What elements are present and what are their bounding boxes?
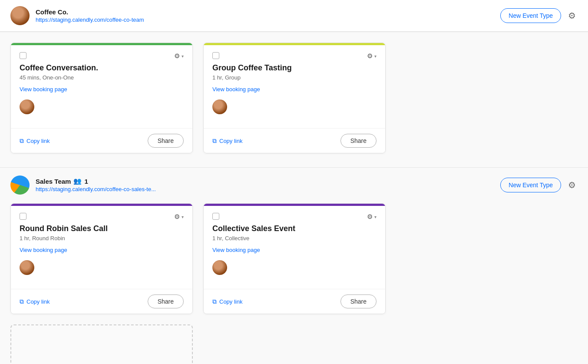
org1-name: Coffee Co. [36, 8, 144, 16]
org2-avatar [10, 175, 30, 195]
card3-subtitle: 1 hr, Round Robin [20, 235, 184, 242]
org2-header: Sales Team 👥 1 https://staging.calendly.… [0, 168, 588, 203]
org2-name-text: Sales Team [36, 178, 71, 185]
card2-avatar [212, 99, 227, 114]
card3-body: ⚙ ▾ Round Robin Sales Call 1 hr, Round R… [11, 206, 192, 289]
event-card-3: ⚙ ▾ Round Robin Sales Call 1 hr, Round R… [10, 203, 193, 314]
gear-icon: ⚙ [367, 213, 373, 221]
org2-name: Sales Team 👥 1 [36, 177, 156, 185]
card3-checkbox[interactable] [20, 213, 26, 220]
card4-checkbox[interactable] [212, 213, 219, 220]
copy-icon: ⧉ [20, 137, 24, 145]
card4-title: Collective Sales Event [212, 224, 377, 233]
gear-icon: ⚙ [174, 213, 180, 221]
card1-copy-link-button[interactable]: ⧉ Copy link [20, 137, 50, 145]
chevron-down-icon: ▾ [374, 54, 377, 59]
org1-avatar [10, 6, 30, 25]
chevron-down-icon: ▾ [182, 54, 184, 59]
org2-left: Sales Team 👥 1 https://staging.calendly.… [10, 175, 156, 195]
event-card-2: ⚙ ▾ Group Coffee Tasting 1 hr, Group Vie… [203, 43, 386, 153]
card1-settings-button[interactable]: ⚙ ▾ [174, 52, 184, 60]
card4-header-row: ⚙ ▾ [212, 213, 377, 221]
card2-copy-link-button[interactable]: ⧉ Copy link [212, 137, 242, 145]
card4-subtitle: 1 hr, Collective [212, 235, 377, 242]
card4-footer: ⧉ Copy link Share [204, 289, 385, 314]
org2-info: Sales Team 👥 1 https://staging.calendly.… [36, 177, 156, 193]
org1-new-event-button[interactable]: New Event Type [500, 8, 561, 23]
view-all-event-types-card[interactable]: View all Event Types ▶ [10, 324, 193, 364]
card1-body: ⚙ ▾ Coffee Conversation. 45 mins, One-on… [11, 45, 192, 128]
users-icon: 👥 [73, 177, 82, 185]
card2-title: Group Coffee Tasting [212, 63, 377, 73]
event-card-1: ⚙ ▾ Coffee Conversation. 45 mins, One-on… [10, 43, 193, 153]
card1-subtitle: 45 mins, One-on-One [20, 74, 184, 81]
card1-avatar [20, 99, 34, 114]
card3-copy-link-button[interactable]: ⧉ Copy link [20, 298, 50, 305]
card2-subtitle: 1 hr, Group [212, 74, 377, 81]
gear-icon: ⚙ [568, 11, 576, 20]
org2-settings-button[interactable]: ⚙ [566, 178, 578, 192]
gear-icon: ⚙ [568, 180, 576, 190]
card1-header-row: ⚙ ▾ [20, 52, 184, 60]
org1-cards-section: ⚙ ▾ Coffee Conversation. 45 mins, One-on… [0, 32, 588, 167]
org1-cards-grid: ⚙ ▾ Coffee Conversation. 45 mins, One-on… [10, 43, 578, 153]
org1-info: Coffee Co. https://staging.calendly.com/… [36, 8, 144, 23]
copy-icon: ⧉ [20, 298, 24, 305]
gear-icon: ⚙ [174, 52, 180, 60]
card1-share-button[interactable]: Share [148, 134, 184, 148]
card2-body: ⚙ ▾ Group Coffee Tasting 1 hr, Group Vie… [204, 45, 385, 128]
card3-share-button[interactable]: Share [148, 295, 184, 308]
card3-avatar [20, 260, 34, 275]
card1-view-link[interactable]: View booking page [20, 86, 184, 93]
org1-url[interactable]: https://staging.calendly.com/coffee-co-t… [36, 17, 144, 23]
card3-view-link[interactable]: View booking page [20, 247, 184, 253]
gear-icon: ⚙ [367, 52, 373, 60]
copy-icon: ⧉ [212, 298, 217, 305]
org2-member-count: 1 [84, 178, 88, 185]
card1-footer: ⧉ Copy link Share [11, 128, 192, 153]
card2-settings-button[interactable]: ⚙ ▾ [367, 52, 377, 60]
card2-footer: ⧉ Copy link Share [204, 128, 385, 153]
card3-settings-button[interactable]: ⚙ ▾ [174, 213, 184, 221]
card1-copy-label: Copy link [26, 138, 50, 144]
card2-view-link[interactable]: View booking page [212, 86, 377, 93]
org2-new-event-button[interactable]: New Event Type [500, 178, 561, 192]
org2-right: New Event Type ⚙ [500, 178, 578, 192]
chevron-down-icon: ▾ [182, 215, 184, 219]
card1-title: Coffee Conversation. [20, 63, 184, 73]
card2-copy-label: Copy link [219, 138, 242, 144]
org1-settings-button[interactable]: ⚙ [566, 9, 578, 23]
card2-header-row: ⚙ ▾ [212, 52, 377, 60]
card2-checkbox[interactable] [212, 52, 219, 59]
card4-body: ⚙ ▾ Collective Sales Event 1 hr, Collect… [204, 206, 385, 289]
card1-checkbox[interactable] [20, 52, 26, 59]
card4-share-button[interactable]: Share [340, 295, 377, 308]
card3-header-row: ⚙ ▾ [20, 213, 184, 221]
org2-cards-section: ⚙ ▾ Round Robin Sales Call 1 hr, Round R… [0, 203, 588, 364]
org1-right: New Event Type ⚙ [500, 8, 578, 23]
org2-cards-grid: ⚙ ▾ Round Robin Sales Call 1 hr, Round R… [10, 203, 578, 364]
card4-view-link[interactable]: View booking page [212, 247, 377, 253]
org1-left: Coffee Co. https://staging.calendly.com/… [10, 6, 144, 25]
card4-settings-button[interactable]: ⚙ ▾ [367, 213, 377, 221]
event-card-4: ⚙ ▾ Collective Sales Event 1 hr, Collect… [203, 203, 386, 314]
card3-title: Round Robin Sales Call [20, 224, 184, 233]
org1-header: Coffee Co. https://staging.calendly.com/… [0, 0, 588, 32]
chevron-down-icon: ▾ [374, 215, 377, 219]
copy-icon: ⧉ [212, 137, 217, 145]
card4-copy-link-button[interactable]: ⧉ Copy link [212, 298, 242, 305]
card3-copy-label: Copy link [26, 298, 50, 305]
card2-share-button[interactable]: Share [340, 134, 377, 148]
card4-copy-label: Copy link [219, 298, 242, 305]
org2-url[interactable]: https://staging.calendly.com/coffee-co-s… [36, 186, 156, 192]
card3-footer: ⧉ Copy link Share [11, 289, 192, 314]
card4-avatar [212, 260, 227, 275]
